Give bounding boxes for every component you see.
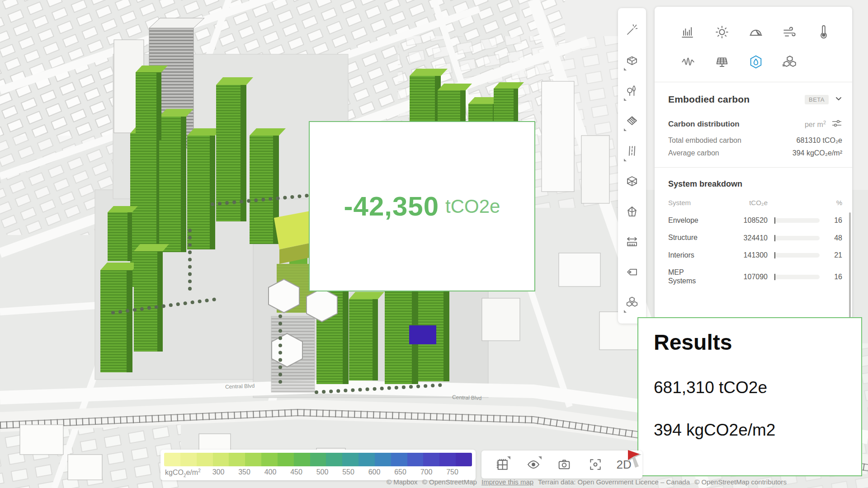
- row-bar: [775, 218, 820, 223]
- tag-icon[interactable]: [621, 257, 643, 287]
- massing-icon[interactable]: [621, 196, 643, 226]
- col-pct: %: [827, 199, 842, 206]
- attribution-mapbox[interactable]: © Mapbox: [387, 478, 418, 486]
- row-value: 324410: [729, 234, 768, 242]
- legend-tick: 350: [238, 468, 250, 476]
- carbon-savings-callout: -42,350 tCO2e: [309, 121, 535, 291]
- row-bar: [775, 236, 820, 240]
- legend-tick: 650: [394, 468, 406, 476]
- callout-unit: tCO2e: [445, 196, 500, 217]
- row-pct: 21: [827, 251, 842, 259]
- analysis-tools: [668, 17, 842, 82]
- legend-gradient-bar: [164, 453, 472, 466]
- solar-panel-icon[interactable]: [712, 53, 732, 71]
- row-system: Structure: [668, 234, 722, 242]
- results-average: 394 kgCO2e/m2: [654, 421, 846, 440]
- improve-map-link[interactable]: Improve this map: [481, 478, 533, 486]
- map-layers-icon[interactable]: [492, 455, 512, 474]
- row-system: Interiors: [668, 251, 722, 259]
- blocks-icon[interactable]: [780, 53, 800, 71]
- row-bar: [775, 253, 820, 258]
- row-system: Envelope: [668, 216, 722, 225]
- total-carbon-label: Total embodied carbon: [668, 136, 741, 145]
- system-breakdown-table: System tCO₂e % Envelope 108520 16 Struct…: [668, 199, 842, 285]
- table-row[interactable]: Structure 324410 48: [668, 234, 842, 242]
- sliders-icon[interactable]: [831, 118, 842, 130]
- divider: [655, 82, 852, 82]
- table-row[interactable]: Envelope 108520 16: [668, 216, 842, 225]
- row-system: MEP Systems: [668, 268, 722, 285]
- sun-icon[interactable]: [712, 23, 732, 41]
- vegetation-icon[interactable]: [621, 75, 643, 105]
- divider: [655, 167, 852, 168]
- carbon-legend: kgCO2e/m2 300350400450500550600650700750: [160, 450, 476, 480]
- design-toolbar: [618, 8, 646, 324]
- carbon-distribution-label: Carbon distribution: [668, 120, 740, 129]
- total-carbon-value: 681310 tCO₂e: [797, 136, 842, 145]
- legend-tick: 500: [316, 468, 329, 476]
- table-row[interactable]: Interiors 141300 21: [668, 251, 842, 259]
- statistics-icon[interactable]: [678, 23, 698, 41]
- pointer-cursor: [626, 448, 646, 470]
- legend-tick: 750: [446, 468, 458, 476]
- thermometer-icon[interactable]: [814, 23, 834, 41]
- embodied-carbon-icon[interactable]: [746, 53, 766, 71]
- visibility-icon[interactable]: [524, 455, 543, 474]
- panel-title: Embodied carbon: [668, 94, 750, 105]
- building-block-icon[interactable]: [621, 45, 643, 75]
- wireframe-box-icon[interactable]: [621, 166, 643, 196]
- road-label: Central Blvd: [452, 394, 482, 401]
- legend-unit: kgCO2e/m2: [165, 468, 201, 478]
- system-breakdown-title: System breakdown: [668, 179, 842, 189]
- road-icon[interactable]: [621, 136, 643, 166]
- row-bar: [775, 275, 820, 279]
- road-label: Central Blvd: [225, 383, 255, 390]
- col-tco2e: tCO₂e: [729, 199, 768, 206]
- shadow-dome-icon[interactable]: [746, 23, 766, 41]
- measure-icon[interactable]: [621, 226, 643, 257]
- legend-tick: 400: [264, 468, 277, 476]
- results-title: Results: [654, 330, 846, 355]
- attribution-terrain: Terrain data: Open Government Licence – …: [538, 478, 690, 486]
- callout-value: -42,350: [344, 191, 439, 222]
- row-pct: 16: [827, 273, 842, 281]
- legend-tick: 450: [290, 468, 302, 476]
- focus-icon[interactable]: [585, 455, 605, 474]
- row-pct: 48: [827, 234, 842, 242]
- row-value: 141300: [729, 251, 768, 259]
- legend-tick: 700: [420, 468, 433, 476]
- wind-icon[interactable]: [780, 23, 800, 41]
- zone-icon[interactable]: [621, 105, 643, 136]
- legend-tick: 600: [368, 468, 381, 476]
- average-carbon-label: Average carbon: [668, 149, 719, 157]
- legend-tick: 300: [212, 468, 225, 476]
- magic-wand-icon[interactable]: [621, 14, 643, 45]
- analysis-panel: Embodied carbon BETA Carbon distribution…: [655, 7, 852, 319]
- row-value: 108520: [729, 216, 768, 225]
- attribution-contributors[interactable]: © OpenStreetMap contributors: [694, 478, 787, 486]
- legend-tick: 550: [342, 468, 354, 476]
- table-row[interactable]: MEP Systems 107090 16: [668, 268, 842, 285]
- results-panel: Results 681,310 tCO2e 394 kgCO2e/m2: [637, 317, 862, 476]
- attribution-osm[interactable]: © OpenStreetMap: [422, 478, 477, 486]
- viewport-toolbar: 2D: [481, 450, 642, 479]
- camera-icon[interactable]: [554, 455, 574, 474]
- map-attribution: © Mapbox © OpenStreetMap Improve this ma…: [387, 478, 868, 486]
- noise-icon[interactable]: [678, 53, 698, 71]
- per-m2-toggle[interactable]: per m2: [805, 120, 826, 129]
- average-carbon-value: 394 kgCO₂e/m²: [793, 149, 842, 157]
- row-pct: 16: [827, 216, 842, 225]
- results-total: 681,310 tCO2e: [654, 378, 846, 397]
- row-value: 107090: [729, 273, 768, 281]
- panel-scrollbar[interactable]: [849, 212, 851, 319]
- blocks-icon[interactable]: [621, 287, 643, 317]
- chevron-down-icon[interactable]: [835, 95, 842, 104]
- col-system: System: [668, 199, 722, 206]
- beta-badge: BETA: [805, 95, 829, 104]
